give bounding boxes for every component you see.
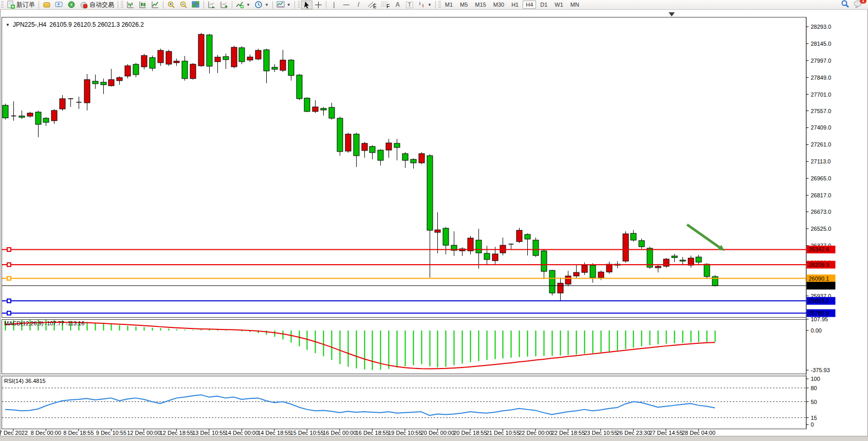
candle-body <box>443 228 449 245</box>
candlestick-icon <box>139 1 147 9</box>
trendline-tool-button[interactable]: / <box>353 1 365 9</box>
candle-body <box>288 60 294 76</box>
crosshair-icon <box>315 1 322 9</box>
candle-body <box>19 116 25 118</box>
text-tool-button[interactable]: A <box>392 1 404 9</box>
arrows-tool-button[interactable]: ▼ <box>415 1 434 9</box>
zoom-out-button[interactable] <box>177 1 190 9</box>
time-label: 27 Dec 14:55 <box>649 430 682 436</box>
notifications-button[interactable]: 1 <box>854 0 863 10</box>
timeframe-button-MN[interactable]: MN <box>567 1 582 9</box>
candle-body <box>304 98 310 112</box>
market-watch-button[interactable] <box>41 1 53 9</box>
timeframe-button-M15[interactable]: M15 <box>472 1 489 9</box>
candle-body <box>51 111 57 121</box>
indicators-button[interactable]: ▼ <box>234 1 252 9</box>
hline-drag-handle[interactable] <box>7 248 11 251</box>
time-label: 15 Dec 10:55 <box>290 430 324 436</box>
toolbar-grip[interactable] <box>438 1 441 8</box>
rsi-tick-label: 80 <box>811 385 817 391</box>
time-label: 9 Dec 10:55 <box>96 430 126 436</box>
candlestick-chart-button[interactable] <box>137 1 149 9</box>
trend-arrow[interactable] <box>687 225 720 248</box>
candle-body <box>255 50 261 59</box>
timeframe-button-D1[interactable]: D1 <box>537 1 550 9</box>
price-tick-label: 27261.0 <box>811 141 832 148</box>
cursor-tool-button[interactable] <box>301 1 312 9</box>
candle-body <box>484 253 490 260</box>
data-window-button[interactable] <box>53 1 65 9</box>
autotrading-button[interactable]: 自动交易 <box>78 1 116 9</box>
autotrading-label: 自动交易 <box>89 1 114 9</box>
chart-canvas[interactable]: 28293.028145.027997.027849.027701.027557… <box>0 0 868 441</box>
timeframe-button-H4[interactable]: H4 <box>523 1 536 9</box>
hline-drag-handle[interactable] <box>7 277 11 280</box>
fibonacci-icon: F <box>380 1 390 9</box>
candle-body <box>239 48 245 62</box>
new-order-button[interactable]: 新订单 <box>5 1 37 9</box>
rsi-tick-label: 15 <box>811 415 817 421</box>
candle-body <box>639 241 644 247</box>
chart-shift-button[interactable] <box>218 1 230 9</box>
candle-body <box>182 61 188 79</box>
market-watch-icon <box>43 1 51 9</box>
toolbar-grip[interactable] <box>1 1 4 8</box>
label-tool-button[interactable]: T <box>404 1 415 9</box>
chart-shift-icon <box>220 1 228 9</box>
time-label: 20 Dec 18:55 <box>453 430 487 436</box>
autotrading-icon <box>80 1 88 9</box>
macd-tick-label: 107.95 <box>811 316 828 322</box>
candle-body <box>411 159 416 163</box>
candle-body <box>264 50 269 71</box>
candle-body <box>394 143 400 148</box>
price-line-badge-value: 26026.2 <box>809 283 829 289</box>
hline-drag-handle[interactable] <box>7 299 11 303</box>
candle-body <box>272 67 278 69</box>
price-line-badge-value: 25785.9 <box>809 310 829 316</box>
toolbar-grip[interactable] <box>298 1 300 8</box>
candle-body <box>27 113 33 116</box>
toolbar-separator <box>232 1 232 9</box>
timeframe-button-W1[interactable]: W1 <box>551 1 566 9</box>
templates-button[interactable]: ▼ <box>274 1 293 9</box>
candle-body <box>631 233 636 240</box>
one-click-trading-toggle-icon[interactable]: ▼ <box>6 23 10 27</box>
candle-body <box>541 251 547 271</box>
fibonacci-tool-button[interactable]: F <box>378 1 392 9</box>
candle-body <box>93 81 98 84</box>
toolbar-grip[interactable] <box>121 1 123 8</box>
line-chart-icon <box>151 1 159 9</box>
timeframe-button-M1[interactable]: M1 <box>442 1 456 9</box>
text-icon: A <box>394 1 402 8</box>
price-tick-label: 26965.0 <box>811 175 832 181</box>
rsi-tick-label: 100 <box>811 376 820 382</box>
line-chart-button[interactable] <box>149 1 161 9</box>
price-tick-label: 27409.0 <box>811 124 832 131</box>
candle-body <box>402 154 408 160</box>
bar-chart-button[interactable] <box>124 1 137 9</box>
periods-button[interactable]: ▼ <box>252 1 271 9</box>
search-icon[interactable] <box>841 0 849 10</box>
candle-body <box>435 230 440 232</box>
candle-body <box>3 105 8 118</box>
hline-drag-handle[interactable] <box>7 263 11 266</box>
crosshair-tool-button[interactable] <box>312 1 324 9</box>
label-icon: T <box>406 2 413 8</box>
vertical-line-tool-button[interactable]: | <box>328 1 340 9</box>
channel-tool-button[interactable]: E <box>365 1 378 9</box>
candle-body <box>43 118 49 122</box>
tile-windows-button[interactable] <box>190 1 202 9</box>
timeframe-button-M30[interactable]: M30 <box>490 1 507 9</box>
timeframe-button-M5[interactable]: M5 <box>457 1 471 9</box>
rsi-indicator-label: RSI(14) 36.4815 <box>4 378 46 384</box>
candle-body <box>590 265 596 278</box>
chevron-down-icon: ▼ <box>287 3 291 7</box>
hline-drag-handle[interactable] <box>7 311 11 315</box>
navigator-button[interactable] <box>65 1 78 9</box>
auto-scroll-button[interactable] <box>206 1 218 9</box>
zoom-in-button[interactable] <box>165 1 177 9</box>
chart-shift-marker[interactable] <box>669 12 675 16</box>
timeframe-button-H1[interactable]: H1 <box>508 1 522 9</box>
time-label: 7 Dec 2022 <box>0 430 28 436</box>
horizontal-line-tool-button[interactable]: — <box>340 1 353 9</box>
